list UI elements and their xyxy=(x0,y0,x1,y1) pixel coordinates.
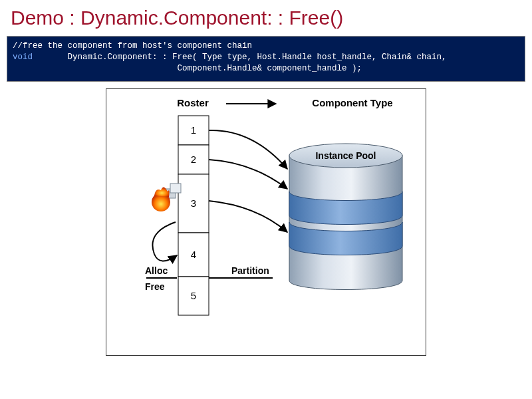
label-alloc: Alloc xyxy=(145,265,168,276)
loop-arrow xyxy=(152,222,177,261)
roster-cell-1: 1 xyxy=(191,124,196,136)
architecture-diagram: Roster Component Type 1 2 3 4 5 Instance… xyxy=(106,88,426,356)
instance-pool-cylinder: Instance Pool xyxy=(289,144,402,290)
code-comment: //free the component from host's compone… xyxy=(13,41,252,51)
label-partition: Partition xyxy=(231,265,269,276)
code-keyword: void xyxy=(13,53,33,62)
slide-title: Demo : Dynamic.Component: : Free() xyxy=(0,0,532,33)
roster-column: 1 2 3 4 5 xyxy=(178,116,209,315)
code-signature-line1: Dynamic.Component: : Free( Type type, Ho… xyxy=(33,53,447,62)
roster-cell-4: 4 xyxy=(191,249,196,260)
code-signature-line2: Component.Handle& component_handle ); xyxy=(13,64,362,73)
data-arrows xyxy=(209,130,287,232)
fireball-icon xyxy=(152,184,181,211)
roster-cell-5: 5 xyxy=(191,290,196,301)
label-roster: Roster xyxy=(177,97,209,108)
label-instance-pool: Instance Pool xyxy=(315,150,376,161)
label-component-type: Component Type xyxy=(312,97,392,108)
label-free: Free xyxy=(145,281,165,292)
roster-cell-3: 3 xyxy=(191,198,196,209)
roster-cell-2: 2 xyxy=(191,154,196,165)
svg-rect-7 xyxy=(170,184,181,193)
code-block: //free the component from host's compone… xyxy=(7,36,525,82)
